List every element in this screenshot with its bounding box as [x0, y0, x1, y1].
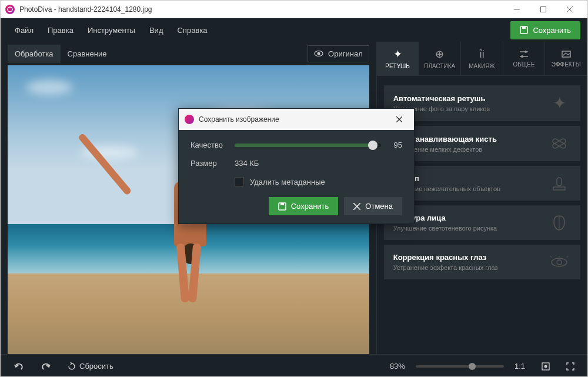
quality-value: 95: [381, 141, 402, 149]
minimize-icon: [514, 6, 520, 12]
svg-rect-17: [553, 187, 565, 190]
menu-help[interactable]: Справка: [170, 22, 214, 38]
fit-button[interactable]: [536, 359, 556, 374]
svg-point-25: [544, 365, 547, 368]
menu-file[interactable]: Файл: [8, 22, 41, 38]
undo-button[interactable]: [8, 359, 30, 374]
sliders-icon: [519, 49, 529, 59]
tool-card-red-eye[interactable]: Коррекция красных глаз Устранение эффект…: [384, 245, 580, 279]
tool-card-subtitle: Устранение мелких дефектов: [393, 146, 547, 153]
redo-button[interactable]: [35, 359, 57, 374]
tab-processing[interactable]: Обработка: [8, 45, 61, 63]
dialog-close-button[interactable]: [390, 111, 408, 128]
dialog-titlebar[interactable]: Сохранить изображение: [179, 109, 414, 130]
size-row: Размер 334 КБ: [191, 159, 402, 168]
reset-label: Сбросить: [79, 362, 113, 371]
tool-card-subtitle: Улучшение светотеневого рисунка: [393, 225, 547, 232]
quality-thumb[interactable]: [368, 141, 377, 150]
tool-card-title: Коррекция красных глаз: [393, 253, 547, 262]
svg-rect-16: [557, 178, 562, 186]
quality-slider[interactable]: [235, 144, 381, 147]
tool-card-title: Штамп: [393, 174, 547, 183]
minimize-button[interactable]: [503, 1, 530, 18]
redo-icon: [41, 362, 51, 371]
dialog-cancel-button[interactable]: Отмена: [344, 197, 402, 215]
save-button[interactable]: Сохранить: [510, 21, 580, 39]
original-toggle[interactable]: Оригинал: [308, 45, 369, 62]
metadata-checkbox[interactable]: [235, 177, 244, 186]
zoom-slider[interactable]: [416, 365, 504, 368]
eye-icon: [547, 256, 571, 269]
menu-view[interactable]: Вид: [142, 22, 171, 38]
tool-tab-label: ЭФФЕКТЫ: [552, 61, 581, 68]
svg-rect-15: [552, 138, 567, 149]
svg-point-0: [8, 7, 12, 12]
bottombar: Сбросить 83% 1:1: [1, 354, 587, 377]
dialog-save-button[interactable]: Сохранить: [269, 197, 339, 215]
reset-button[interactable]: Сбросить: [62, 358, 119, 374]
tool-card-title: Фактура лица: [393, 213, 547, 222]
tool-tab-general[interactable]: ОБЩЕЕ: [503, 42, 546, 75]
menu-tools[interactable]: Инструменты: [81, 22, 142, 38]
image-top-bar: Обработка Сравнение Оригинал: [1, 42, 376, 65]
bandage-icon: [547, 134, 571, 153]
svg-point-20: [557, 260, 562, 265]
svg-point-12: [521, 55, 523, 58]
tool-tab-label: ПЛАСТИКА: [424, 63, 455, 69]
tool-card-title: Восстанавливающая кисть: [393, 135, 547, 144]
save-icon: [278, 202, 286, 211]
size-label: Размер: [191, 159, 235, 168]
svg-rect-6: [522, 26, 526, 29]
svg-line-23: [567, 256, 568, 258]
tool-tab-label: ОБЩЕЕ: [513, 61, 534, 68]
effects-icon: [561, 49, 572, 59]
sculpt-icon: ⊕: [435, 48, 444, 61]
dialog-save-label: Сохранить: [291, 202, 329, 211]
tool-tab-makeup[interactable]: ỉi МАКИЯЖ: [461, 42, 503, 75]
fullscreen-icon: [566, 362, 574, 371]
tool-tabs: ✦ РЕТУШЬ ⊕ ПЛАСТИКА ỉi МАКИЯЖ ОБЩЕЕ: [377, 42, 587, 76]
tool-tab-effects[interactable]: ЭФФЕКТЫ: [545, 42, 587, 75]
zoom-value[interactable]: 83%: [384, 358, 411, 374]
dialog-buttons: Сохранить Отмена: [191, 197, 402, 215]
zoom-ratio-button[interactable]: 1:1: [509, 358, 531, 374]
svg-rect-2: [540, 6, 546, 12]
size-value: 334 КБ: [235, 159, 259, 168]
tool-card-subtitle: Улучшение фото за пару кликов: [393, 105, 547, 112]
save-button-label: Сохранить: [533, 26, 571, 35]
close-button[interactable]: [556, 1, 583, 18]
zoom-thumb[interactable]: [469, 363, 476, 370]
dialog-cancel-label: Отмена: [365, 202, 393, 211]
metadata-label: Удалить метаданные: [250, 178, 325, 186]
tool-tab-label: МАКИЯЖ: [469, 63, 495, 69]
app-icon: [185, 115, 194, 124]
window-title: PhotoDiva - handstand-2224104_1280.jpg: [19, 5, 503, 14]
tool-card-subtitle: Удаление нежелательных объектов: [393, 185, 547, 192]
save-icon: [520, 26, 528, 34]
stamp-icon: [547, 175, 571, 192]
dialog-body: Качество 95 Размер 334 КБ Удалить метада…: [179, 130, 414, 223]
eye-icon: [314, 50, 323, 57]
tool-tab-sculpt[interactable]: ⊕ ПЛАСТИКА: [419, 42, 461, 75]
makeup-icon: ỉi: [479, 48, 485, 61]
metadata-checkbox-row[interactable]: Удалить метаданные: [235, 177, 402, 186]
svg-point-19: [552, 258, 567, 266]
close-icon: [353, 203, 360, 210]
fullscreen-button[interactable]: [560, 359, 580, 374]
fit-icon: [542, 362, 550, 371]
tool-tab-label: РЕТУШЬ: [385, 63, 410, 69]
tool-card-title: Автоматическая ретушь: [393, 94, 547, 103]
reset-icon: [68, 362, 76, 371]
face-icon: [547, 214, 571, 232]
quality-label: Качество: [191, 141, 235, 149]
tool-tab-retouch[interactable]: ✦ РЕТУШЬ: [377, 42, 419, 75]
close-icon: [567, 6, 573, 12]
original-toggle-label: Оригинал: [328, 49, 363, 58]
sparkle-icon: ✦: [547, 94, 571, 113]
svg-line-21: [550, 256, 552, 258]
menu-edit[interactable]: Правка: [41, 22, 81, 38]
undo-icon: [14, 362, 24, 371]
maximize-button[interactable]: [530, 1, 556, 18]
tab-comparison[interactable]: Сравнение: [61, 45, 114, 63]
dialog-title: Сохранить изображение: [199, 115, 390, 124]
